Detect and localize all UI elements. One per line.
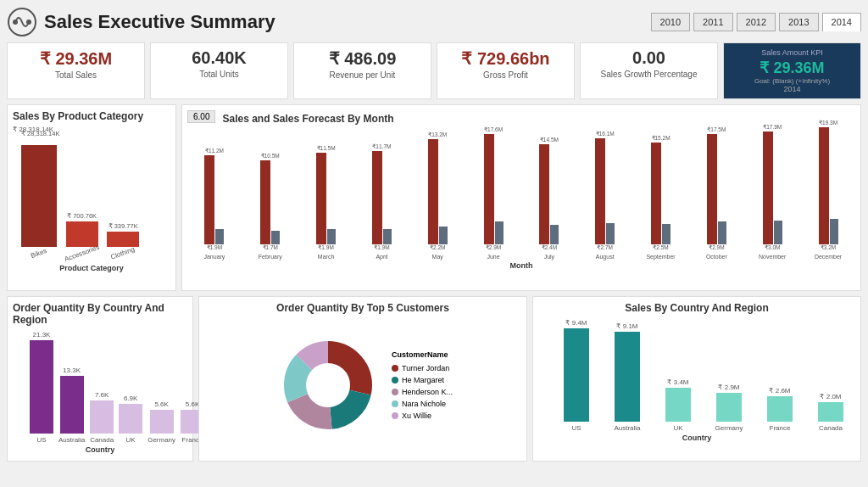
country-value: 21.3K [33,331,51,339]
country-bar [90,400,114,434]
total-sales-label: Total Sales [16,70,136,80]
legend-dot-3 [392,389,398,395]
forecast-month-group: ₹19.3M₹3.2MDecember [801,120,855,260]
actual-bar [718,221,726,244]
country-bar-wrap: 21.3KUS [30,331,53,444]
legend-label-2: He Margaret [402,376,444,384]
country-value: 6.9K [124,395,137,402]
kpi-total-sales: ₹ 29.36M Total Sales [7,42,145,99]
actual-val: ₹2.7M [597,244,612,251]
clothing-value: ₹ 339.77K [108,222,138,230]
region-label: France [770,424,791,432]
actual-bar [383,229,392,244]
title-area: Sales Executive Summary [7,7,275,37]
forecast-month-group: ₹14.5M₹2.4MJuly [522,137,576,260]
legend-dot-5 [392,412,398,419]
bikes-bar [21,145,57,247]
region-label: Germany [715,424,743,432]
month-label: June [487,254,499,260]
clothing-bar-wrap: ₹ 339.77K Clothing [107,222,139,257]
month-label: January [203,254,225,260]
year-tab-2010[interactable]: 2010 [651,13,690,31]
forecast-bar [539,144,549,244]
kpi-highlight-goal: Goal: (Blank) (+Infinity%) [732,77,852,85]
bar-pair [763,132,782,244]
accessories-bar [66,221,98,247]
region-bar [564,328,589,422]
actual-val: ₹1.9M [374,244,389,251]
year-tab-2011[interactable]: 2011 [693,13,732,31]
region-bar [716,393,742,422]
logo-icon [7,7,37,37]
country-bar-wrap: 13.3KAustralia [58,367,85,444]
actual-val: ₹3.0M [765,244,780,251]
year-tab-2013[interactable]: 2013 [779,13,818,31]
month-label: August [596,254,615,260]
header: Sales Executive Summary 2010 2011 2012 2… [7,7,861,37]
kpi-row: ₹ 29.36M Total Sales 60.40K Total Units … [7,42,861,99]
bar-pair [595,138,615,244]
dashboard: Sales Executive Summary 2010 2011 2012 2… [0,0,868,487]
country-value: 5.6K [186,400,199,408]
country-label: Germany [147,436,175,444]
month-label: October [706,254,727,260]
actual-val: ₹1.9M [318,244,333,251]
region-x-title: Country [538,434,855,442]
month-label: May [432,254,443,260]
legend-label-5: Xu Willie [402,411,431,420]
month-label: July [544,254,554,260]
sales-growth-label: Sales Growth Percentage [589,70,709,79]
actual-val: ₹1.9M [207,244,222,251]
forecast-month-group: ₹17.9M₹3.0MNovember [745,124,799,260]
gross-profit-label: Gross Profit [446,70,565,80]
bar-pair [316,153,336,244]
forecast-title: Sales and Sales Forecast By Month [222,113,393,125]
svg-point-2 [26,20,31,25]
region-bar-wrap: ₹ 9.1MAustralia [606,322,648,432]
donut-chart [273,330,383,440]
year-tab-2014[interactable]: 2014 [822,13,861,31]
country-x-title: Country [13,445,187,454]
year-tab-2012[interactable]: 2012 [737,13,776,31]
legend-label-3: Henderson K... [402,388,453,396]
donut-legend: CustomerName Turner Jordan He Margaret H… [392,350,453,420]
forecast-forecast-val: ₹17.6M [484,126,503,133]
legend-dot-1 [392,365,398,372]
accessories-value: ₹ 700.76K [67,212,97,220]
legend-item-2: He Margaret [392,376,453,384]
bar-pair [428,139,448,244]
product-category-title: Sales By Product Category [13,110,170,122]
page-title: Sales Executive Summary [44,11,275,33]
country-bar [150,410,174,434]
forecast-month-group: ₹11.7M₹1.9MApril [354,143,409,260]
forecast-panel: 6.00 Sales and Sales Forecast By Month ₹… [181,104,861,291]
region-value: ₹ 9.4M [565,319,587,327]
kpi-highlight-year: 2014 [732,85,852,93]
month-label: September [646,254,675,260]
forecast-bar [372,151,382,244]
actual-val: ₹2.9M [709,244,724,251]
actual-bar [327,229,336,244]
forecast-bar [651,143,661,244]
region-value: ₹ 2.0M [820,393,841,400]
forecast-month-group: ₹13.2M₹2.2MMay [410,132,465,260]
forecast-forecast-val: ₹10.5M [261,153,280,160]
actual-bar [774,221,782,244]
region-value: ₹ 2.9M [718,383,739,391]
bar-pair [819,127,838,244]
forecast-forecast-val: ₹11.7M [372,143,391,150]
region-bars: ₹ 9.4MUS₹ 9.1MAustralia₹ 3.4MUK₹ 2.9MGer… [538,317,855,432]
actual-bar [215,229,224,244]
kpi-highlight-card: Sales Amount KPI ₹ 29.36M Goal: (Blank) … [723,42,861,99]
actual-bar [495,221,504,244]
actual-bar [550,225,559,244]
region-bar-wrap: ₹ 2.0MCanada [810,393,852,432]
bar-pair [539,144,559,244]
kpi-total-units: 60.40K Total Units [150,42,288,99]
legend-item-5: Xu Willie [392,411,453,420]
gross-profit-value: ₹ 729.66bn [446,48,565,69]
region-label: Australia [614,424,640,432]
region-bar-wrap: ₹ 3.4MUK [657,378,699,432]
actual-val: ₹2.4M [542,244,557,251]
region-bar [767,396,793,422]
